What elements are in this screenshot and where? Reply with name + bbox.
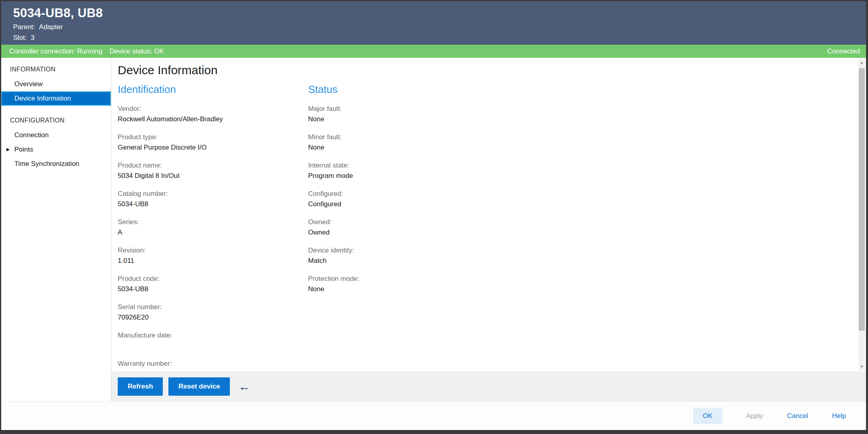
connection-status-bar: Controller connection: Running Device st…: [1, 45, 866, 58]
dialog-footer: OK Apply Cancel Help: [1, 401, 866, 430]
device-properties-window: 5034-UB8, UB8 Parent:Adapter Slot:3 Cont…: [0, 0, 868, 434]
scrollbar-up-arrow-icon[interactable]: ▲: [858, 59, 865, 67]
field-product-type: Product type: General Purpose Discrete I…: [118, 133, 301, 152]
field-product-code: Product code: 5034-UB8: [118, 274, 301, 294]
field-value: [118, 341, 301, 351]
sidebar-header-information: INFORMATION: [1, 63, 111, 77]
field-value: Program mode: [308, 171, 492, 181]
field-manufacture-date: Manufacture date:: [118, 331, 301, 351]
back-arrow-icon[interactable]: ←: [238, 381, 250, 393]
parent-value: Adapter: [39, 23, 63, 31]
field-label: Product type:: [118, 133, 301, 142]
sidebar-item-device-information[interactable]: Device Information: [1, 91, 111, 106]
field-value: General Purpose Discrete I/O: [118, 143, 301, 152]
status-column: Status Major fault: None Minor fault: No…: [308, 83, 492, 294]
field-major-fault: Major fault: None: [308, 105, 492, 124]
slot-row: Slot:3: [13, 34, 866, 42]
field-protection-mode: Protection mode: None: [308, 274, 492, 294]
field-value: Match: [308, 256, 492, 266]
controller-connection-status: Controller connection: Running: [9, 47, 102, 55]
slot-value: 3: [31, 34, 34, 41]
sidebar-item-points[interactable]: ▶ Points: [1, 142, 111, 157]
device-status: Device status: OK: [109, 47, 164, 55]
action-bar: Refresh Reset device ←: [111, 371, 866, 401]
field-label: Internal state:: [308, 161, 492, 170]
field-value: [118, 369, 301, 371]
field-owned: Owned: Owned: [308, 218, 492, 237]
field-value: None: [308, 284, 492, 294]
page-title: Device Information: [118, 63, 217, 77]
sidebar-header-configuration: CONFIGURATION: [1, 114, 111, 128]
field-label: Product code:: [118, 274, 301, 283]
field-label: Manufacture date:: [118, 331, 301, 340]
sidebar-item-overview[interactable]: Overview: [1, 77, 111, 91]
field-label: Revision:: [118, 246, 301, 255]
field-label: Major fault:: [308, 105, 492, 113]
field-product-name: Product name: 5034 Digital 8 In/Out: [118, 161, 301, 181]
identification-heading: Identification: [118, 83, 301, 96]
ok-button[interactable]: OK: [693, 408, 722, 424]
field-value: Configured: [308, 199, 492, 209]
field-value: None: [308, 114, 492, 124]
field-value: 1.011: [118, 256, 301, 266]
field-serial-number: Serial number: 70926E20: [118, 303, 301, 322]
device-information-panel: Device Information Identification Vendor…: [111, 58, 866, 371]
sidebar-item-connection[interactable]: Connection: [1, 128, 111, 142]
field-label: Product name:: [118, 161, 301, 170]
slot-label: Slot:: [13, 34, 27, 41]
expand-caret-icon[interactable]: ▶: [6, 147, 10, 152]
field-value: 5034 Digital 8 In/Out: [118, 171, 301, 181]
field-label: Owned:: [308, 218, 492, 227]
field-value: A: [118, 228, 301, 237]
help-button[interactable]: Help: [832, 412, 846, 420]
field-value: Rockwell Automation/Allen-Bradley: [118, 114, 301, 124]
field-series: Series: A: [118, 218, 301, 237]
field-label: Warranty number:: [118, 359, 301, 368]
identification-column: Identification Vendor: Rockwell Automati…: [118, 83, 301, 371]
field-value: 5034-UB8: [118, 199, 301, 209]
sidebar-section-configuration: CONFIGURATION Connection ▶ Points Time S…: [1, 114, 111, 171]
field-catalog-number: Catalog number: 5034-UB8: [118, 189, 301, 209]
vertical-scrollbar[interactable]: ▲ ▼: [858, 59, 865, 371]
status-heading: Status: [308, 83, 492, 96]
scrollbar-down-arrow-icon[interactable]: ▼: [858, 363, 865, 371]
sidebar-section-information: INFORMATION Overview Device Information: [1, 63, 111, 106]
field-value: 5034-UB8: [118, 284, 301, 294]
field-label: Series:: [118, 218, 301, 227]
field-revision: Revision: 1.011: [118, 246, 301, 266]
sidebar-item-time-synchronization[interactable]: Time Synchronization: [1, 157, 111, 171]
navigation-sidebar: INFORMATION Overview Device Information …: [1, 58, 111, 401]
field-label: Vendor:: [118, 105, 301, 113]
field-value: None: [308, 143, 492, 152]
field-label: Protection mode:: [308, 274, 492, 283]
field-label: Serial number:: [118, 303, 301, 312]
window-header: 5034-UB8, UB8 Parent:Adapter Slot:3: [1, 1, 866, 45]
field-vendor: Vendor: Rockwell Automation/Allen-Bradle…: [118, 105, 301, 124]
field-value: 70926E20: [118, 313, 301, 322]
apply-button[interactable]: Apply: [746, 412, 763, 420]
connected-badge: Connected: [827, 47, 860, 55]
parent-label: Parent:: [13, 23, 35, 31]
sidebar-item-points-label: Points: [14, 146, 33, 153]
field-label: Configured:: [308, 189, 492, 198]
cancel-button[interactable]: Cancel: [787, 412, 808, 420]
field-value: Owned: [308, 228, 492, 237]
field-label: Device identity:: [308, 246, 492, 255]
field-warranty-number: Warranty number:: [118, 359, 301, 371]
field-configured: Configured: Configured: [308, 189, 492, 209]
field-minor-fault: Minor fault: None: [308, 133, 492, 152]
field-label: Catalog number:: [118, 189, 301, 198]
refresh-button[interactable]: Refresh: [118, 377, 163, 396]
parent-row: Parent:Adapter: [13, 23, 866, 31]
field-label: Minor fault:: [308, 133, 492, 142]
field-internal-state: Internal state: Program mode: [308, 161, 492, 181]
device-title: 5034-UB8, UB8: [13, 6, 866, 20]
reset-device-button[interactable]: Reset device: [168, 377, 230, 396]
scrollbar-thumb[interactable]: [859, 68, 865, 331]
field-device-identity: Device identity: Match: [308, 246, 492, 266]
